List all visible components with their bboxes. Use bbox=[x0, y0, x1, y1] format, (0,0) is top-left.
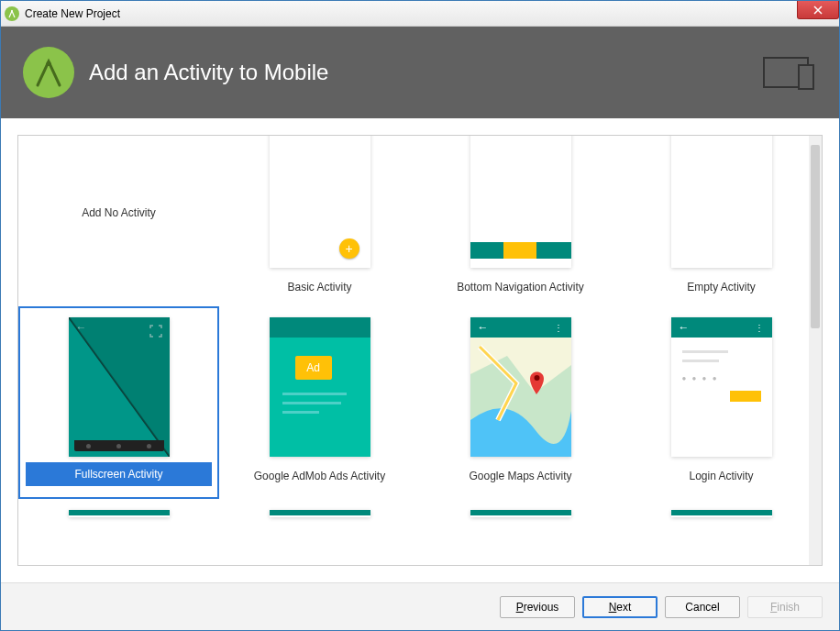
template-fullscreen-activity[interactable]: ← Fullscreen A bbox=[18, 306, 219, 499]
wizard-header: Add an Activity to Mobile bbox=[1, 27, 839, 118]
finish-button: Finish bbox=[747, 596, 823, 618]
template-basic-activity[interactable]: + Basic Activity bbox=[219, 136, 420, 306]
back-arrow-icon: ← bbox=[478, 321, 489, 334]
template-thumbnail: ← ⋮ bbox=[470, 317, 571, 457]
template-label: Empty Activity bbox=[687, 281, 756, 293]
template-peek-2[interactable] bbox=[219, 499, 420, 530]
wizard-footer: Previous Next Cancel Finish bbox=[1, 582, 839, 630]
template-thumbnail: + bbox=[270, 135, 370, 268]
template-peek-1[interactable] bbox=[18, 499, 219, 530]
template-empty-activity[interactable]: Empty Activity bbox=[621, 136, 822, 306]
template-thumbnail: ← ⋮ ● ● ● ● bbox=[671, 317, 772, 457]
template-thumbnail: Ad bbox=[270, 317, 370, 457]
scrollbar[interactable] bbox=[809, 136, 822, 565]
svg-point-1 bbox=[11, 10, 13, 12]
template-label: Google Maps Activity bbox=[469, 470, 571, 482]
cancel-button[interactable]: Cancel bbox=[665, 596, 740, 618]
android-studio-logo-icon bbox=[23, 47, 74, 98]
template-google-admob-ads-activity[interactable]: Ad Google AdMob Ads Activity bbox=[219, 306, 420, 499]
ad-badge: Ad bbox=[295, 356, 332, 380]
template-peek-3[interactable] bbox=[420, 499, 621, 530]
template-thumbnail: ← bbox=[69, 317, 170, 457]
template-label: Login Activity bbox=[689, 470, 753, 482]
template-label: Fullscreen Activity bbox=[26, 462, 212, 486]
template-label: Basic Activity bbox=[287, 281, 351, 293]
template-bottom-navigation-activity[interactable]: Bottom Navigation Activity bbox=[420, 136, 621, 306]
template-label: Add No Activity bbox=[82, 206, 156, 219]
next-button[interactable]: Next bbox=[582, 596, 658, 618]
content-area: Add No Activity + Basic Activity Bottom … bbox=[1, 118, 839, 582]
android-studio-icon bbox=[5, 6, 19, 21]
more-icon: ⋮ bbox=[554, 323, 564, 333]
template-login-activity[interactable]: ← ⋮ ● ● ● ● Login Activity bbox=[621, 306, 822, 499]
template-label: Bottom Navigation Activity bbox=[457, 281, 584, 293]
fab-icon: + bbox=[339, 238, 359, 259]
template-gallery: Add No Activity + Basic Activity Bottom … bbox=[17, 135, 823, 566]
svg-point-7 bbox=[534, 375, 539, 381]
dialog-window: Create New Project Add an Activity to Mo… bbox=[0, 0, 840, 631]
template-thumbnail bbox=[470, 510, 571, 517]
template-label: Google AdMob Ads Activity bbox=[254, 470, 385, 482]
template-thumbnail bbox=[69, 510, 170, 517]
svg-rect-5 bbox=[799, 65, 813, 89]
svg-rect-3 bbox=[46, 63, 51, 66]
scrollbar-thumb[interactable] bbox=[811, 145, 820, 328]
window-title: Create New Project bbox=[25, 7, 120, 20]
template-add-no-activity[interactable]: Add No Activity bbox=[18, 136, 219, 301]
template-thumbnail bbox=[470, 135, 571, 268]
close-button[interactable] bbox=[797, 1, 839, 19]
close-icon bbox=[813, 6, 823, 15]
back-arrow-icon: ← bbox=[679, 321, 690, 334]
template-thumbnail bbox=[671, 510, 772, 517]
template-thumbnail bbox=[671, 135, 772, 268]
template-peek-4[interactable] bbox=[621, 499, 822, 530]
device-icon bbox=[762, 54, 817, 91]
template-google-maps-activity[interactable]: ← ⋮ Google Maps Activ bbox=[420, 306, 621, 499]
previous-button[interactable]: Previous bbox=[500, 596, 575, 618]
more-icon: ⋮ bbox=[755, 323, 765, 333]
template-thumbnail bbox=[270, 510, 370, 517]
titlebar: Create New Project bbox=[1, 1, 839, 27]
svg-point-0 bbox=[5, 6, 19, 21]
wizard-step-title: Add an Activity to Mobile bbox=[89, 60, 328, 85]
